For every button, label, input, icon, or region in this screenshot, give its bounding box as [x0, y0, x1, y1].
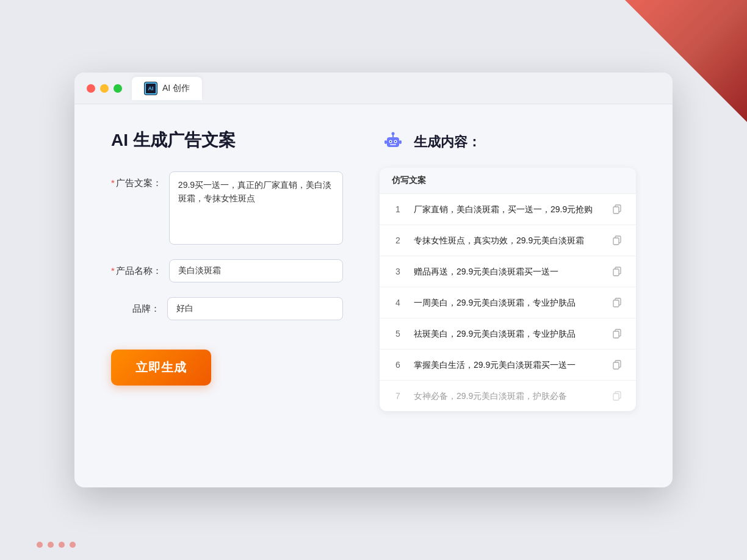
tab-ai-creation[interactable]: AI AI 创作	[132, 77, 202, 100]
row-text: 赠品再送，29.9元美白淡斑霜买一送一	[414, 265, 601, 278]
row-text: 掌握美白生活，29.9元美白淡斑霜买一送一	[414, 359, 601, 372]
ad-copy-group: *广告文案：	[111, 171, 343, 245]
result-row: 5 祛斑美白，29.9元美白淡斑霜，专业护肤品	[380, 318, 636, 350]
copy-icon[interactable]	[610, 234, 624, 247]
bg-dot-3	[59, 542, 65, 548]
results-container: 仿写文案 1 厂家直销，美白淡斑霜，买一送一，29.9元抢购 2 专抹女性斑点，…	[380, 168, 636, 411]
minimize-button[interactable]	[100, 84, 109, 93]
svg-rect-21	[613, 362, 619, 369]
ad-copy-required: *	[111, 178, 115, 188]
browser-window: AI AI 创作 AI 生成广告文案 *广告文案： *产品名称：	[74, 73, 673, 487]
svg-rect-0	[387, 137, 399, 147]
product-name-label: *产品名称：	[111, 259, 162, 277]
svg-rect-15	[613, 269, 619, 276]
ad-copy-label: *广告文案：	[111, 171, 162, 189]
main-content: AI 生成广告文案 *广告文案： *产品名称： 品牌： 立	[74, 104, 673, 483]
copy-icon[interactable]	[610, 358, 624, 372]
brand-label: 品牌：	[111, 297, 160, 315]
row-text: 专抹女性斑点，真实功效，29.9元美白淡斑霜	[414, 234, 601, 247]
brand-group: 品牌：	[111, 297, 343, 320]
row-number: 5	[392, 329, 404, 339]
ad-copy-input[interactable]	[169, 171, 343, 245]
svg-rect-8	[384, 140, 387, 144]
product-name-required: *	[111, 265, 115, 276]
result-row: 3 赠品再送，29.9元美白淡斑霜买一送一	[380, 256, 636, 287]
product-name-group: *产品名称：	[111, 259, 343, 282]
svg-rect-5	[390, 144, 396, 145]
svg-rect-9	[399, 140, 402, 144]
page-title: AI 生成广告文案	[111, 129, 343, 152]
close-button[interactable]	[87, 84, 95, 93]
brand-input[interactable]	[167, 297, 343, 320]
row-number: 4	[392, 298, 404, 307]
left-panel: AI 生成广告文案 *广告文案： *产品名称： 品牌： 立	[111, 129, 343, 458]
copy-icon[interactable]	[610, 265, 624, 278]
copy-icon[interactable]	[610, 296, 624, 309]
copy-icon[interactable]	[610, 389, 624, 403]
tab-icon-text: AI	[148, 85, 154, 92]
result-row: 6 掌握美白生活，29.9元美白淡斑霜买一送一	[380, 350, 636, 381]
result-row: 4 一周美白，29.9元美白淡斑霜，专业护肤品	[380, 287, 636, 318]
window-controls	[87, 84, 122, 93]
result-row: 7 女神必备，29.9元美白淡斑霜，护肤必备	[380, 381, 636, 411]
row-number: 3	[392, 267, 404, 276]
row-text: 厂家直销，美白淡斑霜，买一送一，29.9元抢购	[414, 203, 601, 216]
svg-rect-23	[613, 393, 619, 400]
row-number: 1	[392, 204, 404, 214]
row-text: 女神必备，29.9元美白淡斑霜，护肤必备	[414, 390, 601, 403]
row-text: 祛斑美白，29.9元美白淡斑霜，专业护肤品	[414, 328, 601, 340]
generate-button[interactable]: 立即生成	[111, 350, 211, 386]
result-row: 1 厂家直销，美白淡斑霜，买一送一，29.9元抢购	[380, 194, 636, 225]
bg-deco-bottom-left	[37, 542, 76, 548]
result-row: 2 专抹女性斑点，真实功效，29.9元美白淡斑霜	[380, 225, 636, 256]
svg-rect-17	[613, 300, 619, 307]
bg-dot-2	[48, 542, 54, 548]
tab-label: AI 创作	[162, 83, 190, 94]
svg-rect-11	[613, 207, 619, 214]
right-panel: 生成内容： 仿写文案 1 厂家直销，美白淡斑霜，买一送一，29.9元抢购 2 专…	[380, 129, 636, 458]
svg-point-7	[392, 132, 395, 135]
copy-icon[interactable]	[610, 203, 624, 216]
svg-point-3	[390, 141, 391, 142]
bg-dot-1	[37, 542, 43, 548]
results-header-row: 仿写文案	[380, 168, 636, 194]
svg-point-4	[395, 141, 396, 142]
result-header: 生成内容：	[380, 129, 636, 156]
maximize-button[interactable]	[114, 84, 122, 93]
row-text: 一周美白，29.9元美白淡斑霜，专业护肤品	[414, 296, 601, 309]
robot-icon	[380, 129, 406, 156]
results-list: 1 厂家直销，美白淡斑霜，买一送一，29.9元抢购 2 专抹女性斑点，真实功效，…	[380, 194, 636, 411]
row-number: 2	[392, 235, 404, 245]
row-number: 7	[392, 391, 404, 401]
product-name-input[interactable]	[169, 259, 343, 282]
result-title: 生成内容：	[414, 133, 481, 151]
copy-icon[interactable]	[610, 327, 624, 340]
column-header: 仿写文案	[392, 175, 426, 185]
svg-rect-13	[613, 238, 619, 245]
bg-dot-4	[70, 542, 76, 548]
row-number: 6	[392, 360, 404, 370]
ai-tab-icon: AI	[144, 82, 157, 95]
svg-rect-19	[613, 331, 619, 338]
title-bar: AI AI 创作	[74, 73, 673, 104]
